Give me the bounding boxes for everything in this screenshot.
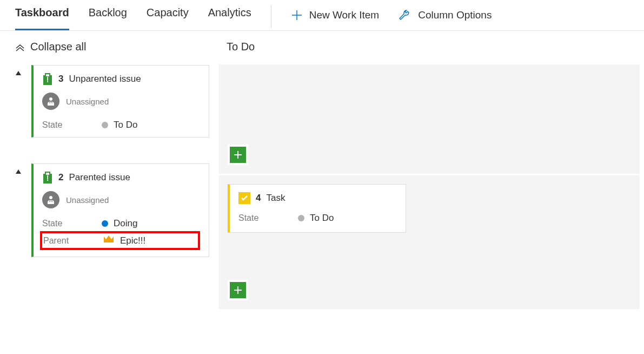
task-icon <box>238 192 250 204</box>
backlog-row: 3 Unparented issue Unassigned State T <box>15 65 209 137</box>
backlog-column: Collapse all 3 Unparented issue <box>0 31 219 309</box>
view-tabs: Taskboard Backlog Capacity Analytics <box>15 6 251 30</box>
row-toggle-icon[interactable] <box>15 69 22 76</box>
state-value: To Do <box>114 120 137 130</box>
todo-column: To Do 4 Task State <box>219 31 644 309</box>
state-value: To Do <box>310 213 334 224</box>
board-body: Collapse all 3 Unparented issue <box>0 31 644 309</box>
work-item-id: 4 <box>256 193 261 204</box>
new-work-item-label: New Work Item <box>309 9 380 21</box>
swimlane[interactable]: 4 Task State To Do <box>219 174 640 309</box>
top-toolbar: Taskboard Backlog Capacity Analytics New… <box>0 0 644 31</box>
svg-point-0 <box>49 97 52 101</box>
backlog-row: 2 Parented issue Unassigned State Doi <box>15 163 209 257</box>
assignee-label: Unassigned <box>66 195 109 205</box>
work-item-id: 3 <box>58 74 63 84</box>
parent-value: Epic!!! <box>120 235 145 246</box>
new-work-item-button[interactable]: New Work Item <box>291 9 380 28</box>
assignee-label: Unassigned <box>66 97 109 106</box>
work-item-title: Unparented issue <box>69 74 141 84</box>
row-toggle-icon[interactable] <box>15 168 22 174</box>
column-header: To Do <box>219 31 640 63</box>
issue-card[interactable]: 2 Parented issue Unassigned State Doi <box>31 163 209 257</box>
collapse-icon <box>15 43 25 51</box>
plus-icon <box>291 9 303 21</box>
collapse-all-button[interactable]: Collapse all <box>15 41 209 53</box>
parent-field-label: Parent <box>43 236 103 246</box>
add-card-button[interactable] <box>228 280 248 300</box>
state-field-label: State <box>238 213 298 223</box>
tab-backlog[interactable]: Backlog <box>89 6 127 30</box>
svg-point-2 <box>49 196 52 199</box>
issue-icon <box>42 172 53 183</box>
tab-capacity[interactable]: Capacity <box>147 6 189 30</box>
work-item-id: 2 <box>58 172 63 183</box>
toolbar-divider <box>271 5 271 28</box>
work-item-title: Task <box>266 193 285 204</box>
state-dot-icon <box>298 215 304 221</box>
state-dot-icon <box>102 220 108 227</box>
collapse-all-label: Collapse all <box>30 41 86 53</box>
wrench-icon <box>397 8 411 22</box>
swimlane[interactable] <box>219 63 640 174</box>
issue-card[interactable]: 3 Unparented issue Unassigned State T <box>31 65 209 137</box>
unassigned-avatar-icon <box>42 93 59 110</box>
parent-highlight: Parent Epic!!! <box>40 231 200 250</box>
state-field-label: State <box>42 120 102 130</box>
epic-crown-icon <box>103 234 115 247</box>
plus-icon <box>233 149 243 160</box>
add-card-button[interactable] <box>228 145 248 165</box>
state-dot-icon <box>102 122 108 128</box>
unassigned-avatar-icon <box>42 191 59 208</box>
plus-icon <box>233 285 243 296</box>
tab-analytics[interactable]: Analytics <box>208 6 251 30</box>
work-item-title: Parented issue <box>69 172 130 183</box>
column-options-label: Column Options <box>418 9 492 21</box>
issue-icon <box>42 73 53 85</box>
toolbar-actions: New Work Item Column Options <box>291 8 492 29</box>
tab-taskboard[interactable]: Taskboard <box>15 6 69 30</box>
column-options-button[interactable]: Column Options <box>397 8 492 29</box>
state-value: Doing <box>114 218 137 229</box>
state-field-label: State <box>42 219 102 228</box>
task-card[interactable]: 4 Task State To Do <box>228 184 406 233</box>
